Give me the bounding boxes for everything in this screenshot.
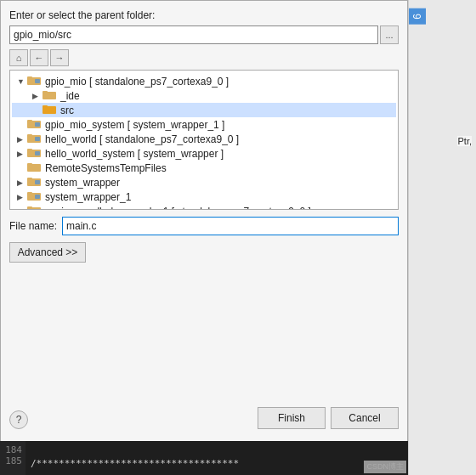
- folder-icon-hello_world: [27, 133, 41, 145]
- path-input[interactable]: [9, 25, 378, 44]
- tree-item-system_wrapper_1[interactable]: ▶ system_wrapper_1: [12, 189, 396, 204]
- svg-rect-23: [35, 195, 40, 199]
- line-numbers: 184 185: [0, 441, 26, 475]
- svg-rect-2: [35, 79, 40, 83]
- tree-label-hello_world_system: hello_world_system [ system_wrapper ]: [45, 148, 224, 160]
- folder-icon-hello_world_system: [27, 147, 41, 160]
- svg-rect-22: [27, 192, 32, 195]
- folder-icon-gpio_mio_system: [27, 118, 41, 131]
- finish-button[interactable]: Finish: [258, 407, 326, 429]
- tree-arrow-_ide: ▶: [32, 92, 41, 100]
- back-icon: ←: [35, 53, 44, 63]
- help-icon: ?: [16, 414, 22, 426]
- tree-item-gpio_mio_system[interactable]: gpio_mio_system [ system_wrapper_1 ]: [12, 117, 396, 132]
- svg-rect-1: [27, 76, 32, 79]
- tree-label-gpio_mio_system: gpio_mio_system [ system_wrapper_1 ]: [45, 119, 224, 131]
- side-tab-label: 6: [411, 14, 423, 20]
- svg-rect-4: [42, 91, 48, 93]
- tree-label-system_wrapper_1: system_wrapper_1: [45, 191, 131, 203]
- tree-item-xgpiops_polled_example_1[interactable]: xgpiops_polled_example_1 [ standalone_ps…: [12, 204, 396, 210]
- tree-item-hello_world[interactable]: ▶ hello_world [ standalone_ps7_cortexa9_…: [12, 132, 396, 146]
- svg-rect-15: [35, 151, 40, 156]
- tree-arrow-system_wrapper_1: ▶: [17, 193, 26, 201]
- back-button[interactable]: ←: [30, 49, 48, 66]
- editor-line-185: /************************************: [31, 457, 403, 470]
- tree-item-_ide[interactable]: ▶ _ide: [12, 88, 396, 103]
- tree-label-RemoteSystemsTempFiles: RemoteSystemsTempFiles: [45, 162, 167, 174]
- watermark: CSDN博主: [364, 461, 406, 473]
- folder-icon-xgpiops_polled_example_1: [27, 205, 41, 210]
- cancel-button[interactable]: Cancel: [331, 407, 399, 429]
- folder-icon-system_wrapper_1: [27, 190, 41, 203]
- svg-rect-14: [27, 149, 32, 151]
- tree-arrow-system_wrapper: ▶: [17, 178, 26, 187]
- side-panel: 6: [408, 0, 476, 475]
- folder-icon-RemoteSystemsTempFiles: [27, 161, 41, 174]
- tree-item-hello_world_system[interactable]: ▶ hello_world_system [ system_wrapper ]: [12, 146, 396, 161]
- folder-label: Enter or select the parent folder:: [9, 9, 399, 21]
- tree-label-hello_world: hello_world [ standalone_ps7_cortexa9_0 …: [45, 133, 239, 145]
- tree-arrow-hello_world: ▶: [17, 135, 26, 144]
- advanced-button[interactable]: Advanced >>: [9, 242, 86, 263]
- editor-content: /************************************: [26, 441, 408, 475]
- editor-line-184: [31, 444, 403, 457]
- file-name-input[interactable]: [62, 217, 399, 235]
- forward-button[interactable]: →: [50, 49, 69, 66]
- line-number-185: 185: [5, 455, 22, 467]
- svg-rect-19: [27, 178, 32, 180]
- svg-rect-25: [27, 206, 32, 209]
- help-row: ?: [9, 410, 28, 429]
- svg-rect-6: [42, 105, 48, 108]
- svg-rect-26: [35, 209, 40, 210]
- home-icon: ⌂: [16, 53, 22, 63]
- svg-rect-8: [27, 120, 32, 122]
- folder-icon-gpio_mio: [27, 75, 41, 88]
- tree-label-_ide: _ide: [60, 90, 80, 102]
- tree-item-gpio_mio[interactable]: ▼ gpio_mio [ standalone_ps7_cortexa9_0 ]: [12, 74, 396, 88]
- svg-rect-20: [35, 180, 40, 184]
- svg-rect-12: [35, 137, 40, 141]
- home-button[interactable]: ⌂: [9, 49, 28, 66]
- main-dialog: Enter or select the parent folder: ... ⌂…: [0, 0, 408, 442]
- ptr-label: Ptr,: [457, 136, 472, 146]
- side-tab[interactable]: 6: [409, 8, 426, 25]
- help-button[interactable]: ?: [9, 410, 28, 429]
- tree-arrow-hello_world_system: ▶: [17, 150, 26, 158]
- tree-item-RemoteSystemsTempFiles[interactable]: RemoteSystemsTempFiles: [12, 161, 396, 175]
- tree-label-gpio_mio: gpio_mio [ standalone_ps7_cortexa9_0 ]: [45, 76, 229, 88]
- editor-strip: 184 185 /*******************************…: [0, 441, 408, 475]
- bottom-buttons: Finish Cancel: [258, 407, 399, 429]
- line-number-184: 184: [5, 444, 22, 455]
- forward-icon: →: [55, 53, 65, 63]
- file-name-label: File name:: [9, 220, 57, 232]
- svg-rect-17: [27, 163, 32, 166]
- tree-item-src[interactable]: src: [12, 103, 396, 117]
- path-input-row: ...: [9, 25, 399, 44]
- tree-label-src: src: [60, 105, 74, 116]
- folder-tree[interactable]: ▼ gpio_mio [ standalone_ps7_cortexa9_0 ]…: [9, 70, 399, 210]
- folder-icon-system_wrapper: [27, 176, 41, 189]
- tree-label-xgpiops_polled_example_1: xgpiops_polled_example_1 [ standalone_ps…: [45, 206, 311, 210]
- path-browse-button[interactable]: ...: [380, 25, 399, 44]
- tree-label-system_wrapper: system_wrapper: [45, 177, 120, 189]
- svg-rect-11: [27, 134, 32, 137]
- tree-item-system_wrapper[interactable]: ▶ system_wrapper: [12, 175, 396, 189]
- svg-rect-9: [35, 122, 40, 127]
- file-name-row: File name:: [9, 217, 399, 235]
- folder-icon-src: [42, 104, 56, 116]
- toolbar-row: ⌂ ← →: [9, 49, 399, 66]
- folder-icon-_ide: [42, 89, 56, 102]
- tree-arrow-gpio_mio: ▼: [17, 77, 26, 86]
